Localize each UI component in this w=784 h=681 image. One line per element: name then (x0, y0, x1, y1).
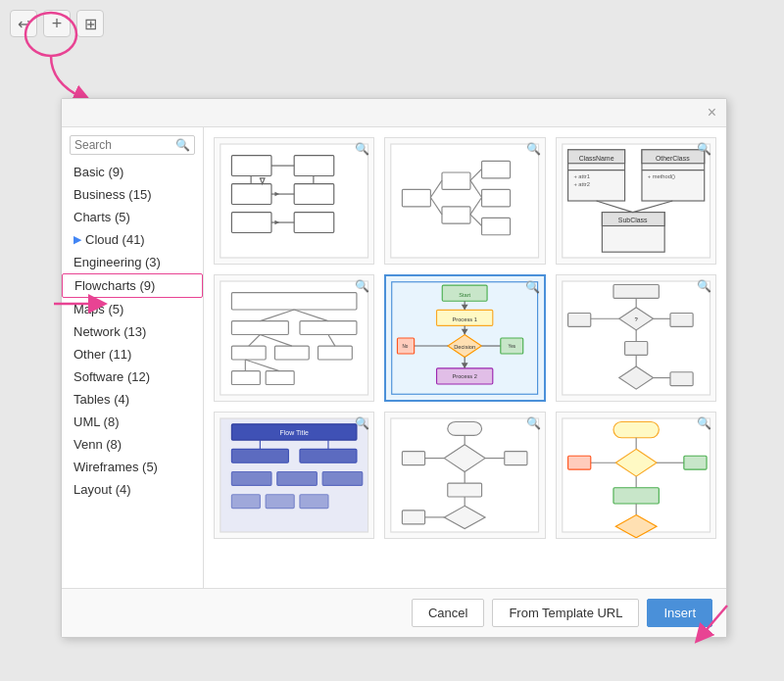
svg-text:+ attr1: + attr1 (573, 173, 590, 179)
sidebar-item-charts[interactable]: Charts (5) (62, 206, 203, 228)
svg-rect-97 (567, 313, 590, 326)
zoom-icon-2: 🔍 (526, 142, 541, 156)
svg-text:Yes: Yes (509, 344, 516, 349)
zoom-icon-4: 🔍 (355, 279, 369, 293)
template-item-7[interactable]: 🔍 Flow Title (214, 412, 374, 539)
sidebar-item-label: Layout (4) (74, 482, 131, 497)
sidebar-item-label: Basic (9) (74, 165, 123, 179)
template-thumbnail-1 (215, 138, 373, 264)
sidebar-item-venn[interactable]: Venn (8) (62, 433, 203, 456)
sidebar-item-label: Wireframes (5) (74, 460, 158, 474)
sidebar-item-maps[interactable]: Maps (5) (62, 298, 203, 320)
svg-rect-112 (448, 422, 482, 436)
svg-text:?: ? (634, 316, 637, 322)
template-item-6[interactable]: 🔍 ? (556, 274, 716, 402)
svg-rect-136 (684, 456, 707, 469)
sidebar-item-label: Business (15) (74, 187, 151, 202)
zoom-icon-6: 🔍 (697, 279, 711, 293)
dialog-body: 🔍 Basic (9) Business (15) Charts (5) ▶ C… (62, 127, 726, 588)
template-grid-area: 🔍 (204, 127, 726, 588)
zoom-icon-1: 🔍 (355, 142, 369, 156)
svg-text:Process 1: Process 1 (453, 316, 477, 322)
template-item-9[interactable]: 🔍 (556, 412, 716, 539)
toolbar: ↩ + ⊞ (10, 10, 104, 37)
svg-rect-122 (505, 452, 527, 465)
template-item-8[interactable]: 🔍 (384, 412, 545, 539)
svg-rect-130 (613, 488, 659, 504)
svg-text:ClassName: ClassName (578, 155, 613, 162)
template-item-2[interactable]: 🔍 (384, 137, 545, 265)
template-thumbnail-8 (385, 413, 544, 538)
template-thumbnail-6: ? (557, 275, 715, 401)
svg-text:+ method(): + method() (647, 173, 674, 179)
dialog-title-bar: × (62, 99, 726, 127)
template-thumbnail-3: ClassName + attr1 + attr2 OtherClass + m… (557, 138, 715, 264)
undo-button[interactable]: ↩ (10, 10, 37, 37)
sidebar-item-wireframes[interactable]: Wireframes (5) (62, 456, 203, 478)
sidebar-item-label: Tables (4) (74, 392, 129, 407)
dialog-footer: Cancel From Template URL Insert (62, 588, 726, 637)
grid-button[interactable]: ⊞ (76, 10, 104, 37)
svg-rect-126 (613, 422, 659, 438)
sidebar-item-label: Venn (8) (74, 437, 122, 452)
svg-rect-84 (613, 285, 659, 299)
sidebar-item-network[interactable]: Network (13) (62, 320, 203, 343)
category-sidebar: 🔍 Basic (9) Business (15) Charts (5) ▶ C… (62, 127, 204, 588)
template-dialog: × 🔍 Basic (9) Business (15) Charts (5) ▶… (61, 98, 727, 638)
svg-rect-101 (231, 449, 288, 462)
grid-icon: ⊞ (84, 15, 97, 33)
template-thumbnail-5: Start Process 1 Decision No Yes (386, 276, 543, 400)
svg-rect-104 (277, 472, 318, 486)
sidebar-item-other[interactable]: Other (11) (62, 343, 203, 365)
svg-text:+ attr2: + attr2 (573, 181, 590, 187)
zoom-icon-3: 🔍 (697, 142, 711, 156)
sidebar-item-basic[interactable]: Basic (9) (62, 161, 203, 183)
zoom-icon-5: 🔍 (525, 280, 540, 294)
sidebar-item-label: Flowcharts (9) (74, 278, 155, 293)
svg-rect-120 (403, 452, 425, 465)
add-button[interactable]: + (43, 10, 71, 37)
search-input[interactable] (74, 138, 175, 152)
sidebar-item-business[interactable]: Business (15) (62, 183, 203, 206)
svg-rect-105 (322, 472, 363, 486)
template-thumbnail-9 (557, 413, 715, 538)
svg-rect-102 (300, 449, 357, 462)
sidebar-item-engineering[interactable]: Engineering (3) (62, 251, 203, 273)
svg-rect-116 (448, 483, 482, 497)
svg-text:OtherClass: OtherClass (656, 155, 690, 162)
sidebar-item-label: Network (13) (74, 324, 146, 339)
sidebar-item-cloud[interactable]: ▶ Cloud (41) (62, 228, 203, 251)
close-button[interactable]: × (708, 105, 716, 121)
svg-rect-124 (403, 511, 425, 524)
sidebar-item-label: UML (8) (74, 414, 119, 429)
search-icon: 🔍 (175, 138, 190, 152)
svg-rect-108 (300, 495, 328, 509)
insert-button[interactable]: Insert (647, 599, 712, 627)
svg-rect-90 (624, 341, 647, 355)
search-box[interactable]: 🔍 (70, 135, 195, 155)
svg-text:Flow Title: Flow Title (280, 429, 309, 436)
svg-rect-103 (231, 472, 271, 486)
svg-text:Decision: Decision (455, 344, 476, 350)
svg-rect-134 (567, 456, 590, 469)
sidebar-item-tables[interactable]: Tables (4) (62, 388, 203, 411)
svg-rect-107 (266, 495, 294, 509)
template-item-4[interactable]: 🔍 (214, 274, 374, 402)
sidebar-item-uml[interactable]: UML (8) (62, 411, 203, 433)
sidebar-item-software[interactable]: Software (12) (62, 365, 203, 388)
zoom-icon-9: 🔍 (697, 416, 711, 430)
template-url-button[interactable]: From Template URL (492, 599, 639, 627)
template-item-3[interactable]: 🔍 ClassName + attr1 + attr2 OtherClass (556, 137, 716, 265)
sidebar-item-label: Charts (5) (74, 210, 130, 224)
cancel-button[interactable]: Cancel (412, 599, 484, 627)
sidebar-item-flowcharts[interactable]: Flowcharts (9) (62, 273, 203, 298)
sidebar-item-layout[interactable]: Layout (4) (62, 478, 203, 501)
template-item-1[interactable]: 🔍 (214, 137, 374, 265)
cloud-icon: ▶ (74, 233, 81, 246)
svg-rect-95 (670, 372, 693, 386)
template-thumbnail-7: Flow Title (215, 413, 373, 538)
undo-icon: ↩ (18, 15, 30, 33)
sidebar-item-label: Other (11) (74, 347, 131, 362)
zoom-icon-7: 🔍 (355, 416, 369, 430)
template-item-5[interactable]: 🔍 Start Process 1 Decision (384, 274, 545, 402)
